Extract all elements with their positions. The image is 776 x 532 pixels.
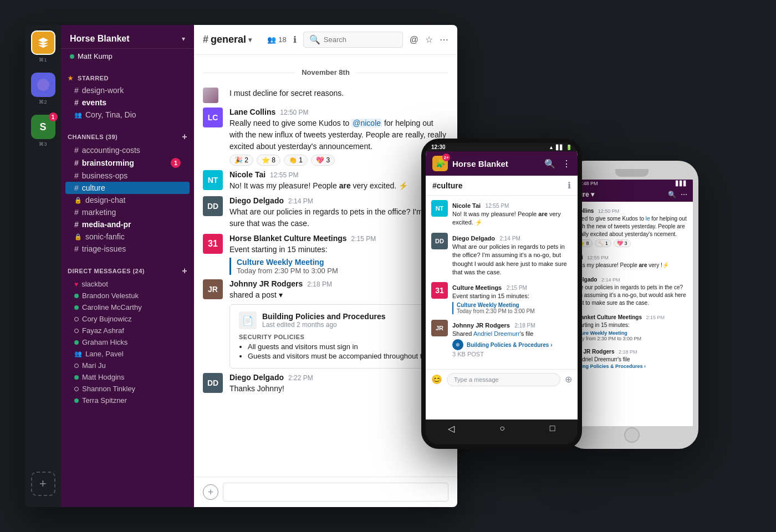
iphone-emoji-reaction[interactable]: 💖 3 — [614, 239, 631, 247]
event-title[interactable]: Culture Weekly Meeting — [237, 258, 448, 267]
add-dm-button[interactable]: + — [182, 266, 187, 276]
phone-shared-icon: ⊕ — [452, 339, 463, 350]
dm-graham[interactable]: Graham Hicks — [65, 336, 190, 348]
message-header: Diego Delgado 2:22 PM — [229, 373, 448, 382]
dm-fayaz[interactable]: Fayaz Ashraf — [65, 325, 190, 336]
emoji-reaction[interactable]: 👏 1 — [284, 155, 308, 166]
iphone-emoji-reaction[interactable]: 🦴 1 — [595, 239, 612, 247]
iphone-event-bar: ture Weekly Meeting ay from 2:30 PM to 3… — [575, 330, 688, 341]
phone-msg-time: 2:18 PM — [514, 323, 535, 329]
sidebar-item-accounting-costs[interactable]: # accounting-costs — [65, 144, 190, 156]
channel-hash-icon: # — [74, 98, 79, 107]
workspace-dropdown-icon[interactable]: ▾ — [182, 35, 185, 43]
sidebar-item-brainstorming[interactable]: # brainstorming 1 — [65, 156, 190, 170]
at-icon[interactable]: @ — [410, 35, 418, 45]
iphone-event-title[interactable]: ture Weekly Meeting — [579, 330, 688, 336]
message-input-area: + — [194, 477, 457, 507]
more-icon[interactable]: ⋯ — [440, 34, 448, 45]
dm-name: Lane, Pavel — [85, 350, 124, 358]
message-content: Horse Blanket Culture Meetings 2:15 PM E… — [229, 234, 448, 275]
phone-more-icon[interactable]: ⋮ — [562, 158, 571, 169]
iphone-shared-title[interactable]: ilding Policies & Procedures › — [575, 364, 688, 369]
lock-icon: 🔒 — [74, 197, 82, 204]
workspace-icon-1[interactable] — [31, 30, 55, 55]
emoji-reaction[interactable]: 💖 3 — [311, 155, 335, 166]
shared-post-header: 📄 Building Policies and Procedures Last … — [239, 311, 439, 329]
phone-msg-header: Diego Delgado 2:14 PM — [452, 233, 572, 243]
dm-terra[interactable]: Terra Spitzner — [65, 395, 190, 406]
dm-mari[interactable]: Mari Ju — [65, 360, 190, 371]
sidebar-item-sonic-fanfic[interactable]: 🔒 sonic-fanfic — [65, 231, 190, 243]
iphone-search-icon[interactable]: 🔍 — [668, 191, 676, 198]
dm-brandon[interactable]: Brandon Velestuk — [65, 290, 190, 301]
iphone-msg-text: starting in 15 minutes: — [575, 321, 688, 329]
post-icon: 📄 — [239, 311, 257, 329]
message-header: Horse Blanket Culture Meetings 2:15 PM — [229, 234, 448, 243]
dm-slackbot[interactable]: ♥ slackbot — [65, 278, 190, 290]
phone-message-row: JR Johnny JR Rodgers 2:18 PM Shared Andr… — [431, 320, 572, 359]
dm-caroline[interactable]: Caroline McCarthy — [65, 301, 190, 313]
phone-shared-title[interactable]: Building Policies & Procedures › — [467, 342, 552, 348]
sidebar-item-culture[interactable]: # culture — [65, 182, 190, 194]
dm-cory[interactable]: Cory Bujnowicz — [65, 313, 190, 325]
workspace-icon-2[interactable] — [31, 73, 55, 97]
status-dot-online — [74, 305, 79, 310]
status-dot-offline — [74, 387, 79, 391]
sidebar-item-marketing[interactable]: # marketing — [65, 206, 190, 218]
channel-dropdown-icon[interactable]: ▾ — [248, 36, 252, 44]
star-icon[interactable]: ☆ — [425, 34, 433, 45]
phone-event-time: Today from 2:30 PM to 3:00 PM — [457, 308, 572, 314]
iphone-more-icon[interactable]: ⋯ — [681, 191, 687, 198]
phone-message-input[interactable]: Type a message — [447, 373, 560, 386]
sidebar-item-media-and-pr[interactable]: # media-and-pr — [65, 218, 190, 231]
message-input[interactable] — [223, 483, 448, 502]
android-recent-icon[interactable]: □ — [550, 423, 555, 433]
phone-search-icon[interactable]: 🔍 — [544, 158, 555, 169]
channels-section-header: CHANNELS (39) + — [61, 132, 194, 144]
phone-shared-post: ⊕ Building Policies & Procedures › — [452, 339, 572, 350]
sidebar-item-events[interactable]: # events — [65, 96, 190, 109]
sidebar-item-events-members[interactable]: 👥 Cory, Tina, Dio — [65, 109, 190, 121]
info-icon[interactable]: ℹ — [293, 34, 297, 45]
message-header: Nicole Tai 12:55 PM — [229, 170, 448, 179]
workspace-icon-3[interactable]: S 1 — [31, 115, 55, 139]
add-channel-button[interactable]: + — [182, 132, 187, 142]
dm-name: Graham Hicks — [82, 338, 127, 346]
phone-channel-info-icon[interactable]: ℹ — [568, 180, 571, 191]
phone-emoji-icon[interactable]: 😊 — [431, 374, 442, 385]
iphone-message-row: Collins 12:50 PM need to give some Kudos… — [575, 205, 688, 247]
dm-lane-pavel[interactable]: 👥 Lane, Pavel — [65, 348, 190, 360]
message-content: Nicole Tai 12:55 PM No! It was my pleasu… — [229, 170, 448, 192]
status-dot-offline — [74, 317, 79, 321]
phone-calendar-avatar: 31 — [431, 282, 448, 299]
channel-hash-icon: # — [74, 86, 79, 95]
add-workspace-button[interactable]: + — [31, 472, 55, 496]
android-back-icon[interactable]: ◁ — [448, 423, 455, 434]
emoji-reaction[interactable]: ⭐ 8 — [257, 155, 280, 166]
mention: @nicole — [351, 119, 382, 127]
member-count[interactable]: 👥 18 — [267, 35, 286, 44]
iphone-screen: 12:48 PM ▋▋▋ ture ▾ 🔍 ⋯ Collins 12:50 PM… — [571, 180, 693, 426]
add-attachment-button[interactable]: + — [203, 484, 218, 500]
sidebar-item-business-ops[interactable]: # business-ops — [65, 170, 190, 182]
main-content: # general ▾ 👥 18 ℹ 🔍 @ ☆ ⋯ Nov — [194, 25, 457, 507]
channels-section: CHANNELS (39) + # accounting-costs # bra… — [61, 123, 194, 257]
android-home-icon[interactable]: ○ — [499, 423, 505, 433]
sidebar-item-triage-issues[interactable]: # triage-issues — [65, 243, 190, 255]
phone-event-title[interactable]: Culture Weekly Meeting — [457, 302, 572, 308]
phone-msg-time: 12:55 PM — [486, 203, 509, 209]
phone-add-icon[interactable]: ⊕ — [565, 374, 572, 385]
message-author: Nicole Tai — [229, 170, 266, 179]
dm-matt[interactable]: Matt Hodgins — [65, 371, 190, 383]
emoji-reaction[interactable]: 🎉 2 — [229, 155, 253, 166]
sidebar-item-design-work[interactable]: # design-work — [65, 84, 190, 96]
ws-label-3: ⌘3 — [39, 141, 47, 147]
phone-messages: NT Nicole Tai 12:55 PM No! It was my ple… — [426, 196, 578, 369]
unread-badge: 1 — [171, 158, 181, 168]
sidebar-user: Matt Kump — [61, 49, 194, 66]
dm-shannon[interactable]: Shannon Tinkley — [65, 383, 190, 395]
search-input[interactable] — [324, 35, 397, 44]
iphone-home-button[interactable] — [624, 427, 640, 443]
post-title[interactable]: Building Policies and Procedures — [262, 312, 386, 321]
sidebar-item-design-chat[interactable]: 🔒 design-chat — [65, 194, 190, 206]
